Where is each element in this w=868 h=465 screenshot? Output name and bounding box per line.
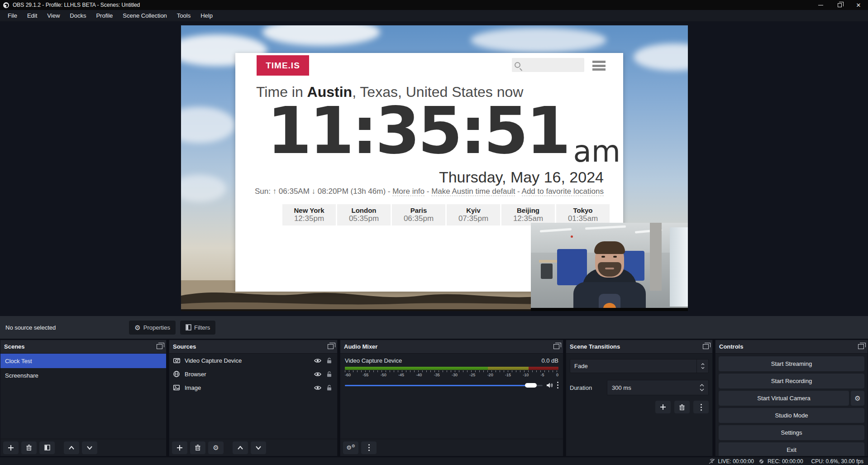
filters-button[interactable]: Filters [180, 321, 215, 335]
mixer-menu-button[interactable] [361, 441, 377, 454]
popout-icon[interactable] [157, 344, 162, 349]
search-input[interactable] [520, 62, 575, 69]
webcam-letterbox [531, 308, 688, 311]
world-clock-paris[interactable]: Paris 06:35pm [392, 204, 445, 225]
obs-logo-icon [3, 2, 9, 8]
source-item-browser[interactable]: Browser [169, 367, 337, 381]
minimize-button[interactable] [811, 0, 830, 10]
restore-button[interactable] [830, 0, 849, 10]
chevron-down-icon [701, 367, 705, 369]
timeis-search-box[interactable] [512, 58, 584, 72]
speaker-icon[interactable] [546, 382, 553, 388]
add-transition-button[interactable] [655, 401, 671, 413]
source-up-button[interactable] [233, 441, 248, 454]
start-virtual-camera-button[interactable]: Start Virtual Camera [719, 391, 849, 406]
settings-button[interactable]: Settings [719, 425, 864, 440]
world-clock-tokyo[interactable]: Tokyo 01:35am [556, 204, 610, 225]
audio-mixer-dock: Audio Mixer Video Capture Device 0.0 dB … [340, 340, 563, 456]
timeis-logo[interactable]: TIME.IS [257, 55, 309, 76]
duration-value: 300 ms [612, 384, 631, 391]
gear-icon: ⚙⚙ [346, 444, 355, 451]
world-clock-beijing[interactable]: Beijing 12:35am [501, 204, 555, 225]
add-favorite-link[interactable]: Add to favorite locations [522, 187, 604, 196]
menu-edit[interactable]: Edit [22, 10, 42, 21]
exit-button[interactable]: Exit [719, 442, 864, 456]
scene-transitions-dock: Scene Transitions Fade Duration 300 ms [566, 340, 713, 456]
source-properties-button[interactable]: ⚙ [208, 441, 224, 454]
more-info-link[interactable]: More info [392, 187, 424, 196]
menu-profile[interactable]: Profile [91, 10, 118, 21]
controls-dock-header[interactable]: Controls [715, 340, 868, 354]
scene-item-clock-test[interactable]: Clock Test [0, 354, 166, 368]
hamburger-menu-icon[interactable] [592, 61, 606, 71]
sources-dock-header[interactable]: Sources [169, 340, 337, 354]
concrete-column [650, 223, 662, 291]
mixer-db-value: 0.0 dB [541, 357, 558, 364]
chevron-up-icon [69, 446, 74, 450]
volume-slider-handle[interactable] [525, 383, 537, 388]
popout-icon[interactable] [553, 344, 559, 349]
world-clock-newyork[interactable]: New York 12:35pm [282, 204, 336, 225]
properties-button[interactable]: ⚙ Properties [129, 321, 176, 335]
lock-icon[interactable] [327, 385, 332, 391]
transition-select[interactable]: Fade [570, 359, 709, 373]
eye-icon[interactable] [314, 385, 321, 390]
advanced-audio-button[interactable]: ⚙⚙ [343, 441, 358, 454]
volume-slider[interactable] [345, 382, 543, 388]
source-item-video-capture[interactable]: Video Capture Device [169, 354, 337, 367]
menu-docks[interactable]: Docks [65, 10, 91, 21]
source-item-image[interactable]: Image [169, 381, 337, 394]
lock-icon[interactable] [327, 358, 332, 364]
studio-mode-button[interactable]: Studio Mode [719, 408, 864, 423]
timeis-clock: 11:35:51 am [267, 97, 602, 163]
menu-help[interactable]: Help [196, 10, 218, 21]
virtual-camera-settings-button[interactable]: ⚙ [851, 391, 864, 406]
close-button[interactable]: ✕ [849, 0, 868, 10]
start-streaming-button[interactable]: Start Streaming [719, 356, 864, 371]
audio-mixer-dock-header[interactable]: Audio Mixer [340, 340, 563, 354]
webcam-overlay[interactable] [531, 223, 688, 311]
menu-tools[interactable]: Tools [172, 10, 196, 21]
scenes-dock: Scenes Clock Test Screenshare [0, 340, 167, 456]
remove-transition-button[interactable] [674, 401, 690, 413]
plus-icon [177, 445, 182, 451]
scene-filters-button[interactable] [39, 441, 55, 454]
start-recording-button[interactable]: Start Recording [719, 374, 864, 388]
camera-icon [173, 357, 180, 364]
remove-scene-button[interactable] [21, 441, 37, 454]
audio-mixer-toolbar: ⚙⚙ [340, 439, 563, 456]
duration-spinbox[interactable]: 300 ms [607, 380, 709, 395]
scene-transitions-dock-header[interactable]: Scene Transitions [566, 340, 712, 354]
source-down-button[interactable] [251, 441, 266, 454]
eye-icon[interactable] [314, 372, 321, 377]
scenes-toolbar [0, 439, 166, 456]
cloud-decor [634, 43, 688, 71]
mixer-channel-menu-button[interactable] [557, 382, 558, 388]
trash-icon [195, 445, 200, 451]
make-default-link[interactable]: Make Austin time default [431, 187, 515, 196]
chevron-up-icon [238, 446, 243, 450]
scenes-dock-header[interactable]: Scenes [0, 340, 166, 354]
transition-menu-button[interactable] [693, 401, 709, 413]
chevron-down-icon [256, 446, 261, 450]
eye-icon[interactable] [314, 358, 321, 363]
scene-down-button[interactable] [82, 441, 97, 454]
remove-source-button[interactable] [190, 441, 205, 454]
menu-scene-collection[interactable]: Scene Collection [118, 10, 172, 21]
menu-view[interactable]: View [42, 10, 65, 21]
popout-icon[interactable] [858, 344, 864, 349]
scene-up-button[interactable] [64, 441, 79, 454]
add-source-button[interactable] [172, 441, 187, 454]
mixer-channel-name: Video Capture Device [345, 357, 402, 364]
popout-icon[interactable] [703, 344, 709, 349]
menu-file[interactable]: File [3, 10, 22, 21]
scene-canvas[interactable]: TIME.IS Time in Austin, Texas, United St… [181, 25, 688, 311]
obs-window: OBS 29.1.2 - Profile: LLHLS BETA - Scene… [0, 0, 868, 465]
world-clock-kyiv[interactable]: Kyiv 07:35pm [447, 204, 500, 225]
scene-item-screenshare[interactable]: Screenshare [0, 368, 166, 383]
add-scene-button[interactable] [3, 441, 19, 454]
popout-icon[interactable] [328, 344, 334, 349]
lock-icon[interactable] [327, 371, 332, 377]
kebab-menu-icon [701, 404, 702, 411]
world-clock-london[interactable]: London 05:35pm [337, 204, 391, 225]
